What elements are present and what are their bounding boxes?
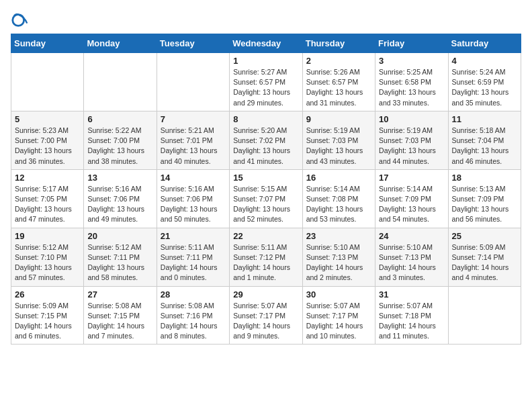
day-info: Sunrise: 5:08 AM Sunset: 7:15 PM Dayligh…	[87, 301, 152, 342]
day-number: 5	[15, 114, 80, 124]
day-number: 28	[161, 289, 226, 300]
sunset-text: Sunset: 7:00 PM	[87, 136, 140, 144]
sunset-text: Sunset: 7:03 PM	[306, 136, 359, 144]
sunset-text: Sunset: 7:16 PM	[161, 312, 213, 320]
calendar-day-cell: 4 Sunrise: 5:24 AM Sunset: 6:59 PM Dayli…	[448, 53, 521, 111]
day-info: Sunrise: 5:27 AM Sunset: 6:57 PM Dayligh…	[233, 67, 298, 108]
day-number: 23	[306, 231, 371, 241]
day-number: 20	[87, 231, 152, 241]
logo	[11, 11, 32, 30]
day-number: 4	[452, 56, 517, 66]
daylight-text: Daylight: 13 hours and 46 minutes.	[452, 146, 509, 165]
sunrise-text: Sunrise: 5:23 AM	[15, 126, 69, 134]
day-number: 14	[161, 173, 226, 183]
sunset-text: Sunset: 6:59 PM	[452, 78, 504, 86]
sunset-text: Sunset: 7:18 PM	[379, 312, 431, 320]
sunrise-text: Sunrise: 5:10 AM	[379, 243, 433, 251]
sunrise-text: Sunrise: 5:09 AM	[452, 243, 506, 251]
sunrise-text: Sunrise: 5:14 AM	[379, 185, 433, 193]
header-tuesday: Tuesday	[157, 34, 229, 53]
day-info: Sunrise: 5:14 AM Sunset: 7:09 PM Dayligh…	[379, 184, 444, 225]
calendar-day-cell: 21 Sunrise: 5:11 AM Sunset: 7:11 PM Dayl…	[157, 228, 229, 286]
sunset-text: Sunset: 7:01 PM	[161, 136, 213, 144]
calendar-table: Sunday Monday Tuesday Wednesday Thursday…	[11, 34, 521, 345]
day-info: Sunrise: 5:11 AM Sunset: 7:12 PM Dayligh…	[233, 242, 298, 283]
sunset-text: Sunset: 7:13 PM	[306, 253, 359, 261]
sunset-text: Sunset: 7:15 PM	[15, 312, 67, 320]
sunset-text: Sunset: 7:17 PM	[233, 312, 285, 320]
calendar-day-cell: 18 Sunrise: 5:13 AM Sunset: 7:09 PM Dayl…	[448, 169, 521, 228]
day-number: 6	[87, 114, 152, 124]
sunset-text: Sunset: 7:10 PM	[15, 253, 67, 261]
daylight-text: Daylight: 14 hours and 8 minutes.	[161, 322, 218, 340]
calendar-body: 1 Sunrise: 5:27 AM Sunset: 6:57 PM Dayli…	[11, 53, 521, 345]
day-number: 22	[233, 231, 298, 241]
day-number: 7	[161, 114, 226, 124]
calendar-day-cell: 3 Sunrise: 5:25 AM Sunset: 6:58 PM Dayli…	[375, 53, 448, 111]
header-monday: Monday	[84, 34, 157, 53]
sunrise-text: Sunrise: 5:12 AM	[87, 243, 141, 251]
sunset-text: Sunset: 7:05 PM	[15, 195, 67, 203]
sunrise-text: Sunrise: 5:07 AM	[306, 302, 360, 310]
calendar-day-cell: 6 Sunrise: 5:22 AM Sunset: 7:00 PM Dayli…	[84, 111, 157, 169]
daylight-text: Daylight: 14 hours and 7 minutes.	[87, 322, 144, 340]
sunrise-text: Sunrise: 5:20 AM	[233, 126, 287, 134]
day-number: 1	[233, 56, 298, 66]
day-number: 29	[233, 289, 298, 300]
daylight-text: Daylight: 14 hours and 10 minutes.	[306, 322, 363, 340]
sunrise-text: Sunrise: 5:25 AM	[379, 68, 433, 76]
day-number: 19	[15, 231, 80, 241]
calendar-day-cell: 9 Sunrise: 5:19 AM Sunset: 7:03 PM Dayli…	[302, 111, 375, 169]
daylight-text: Daylight: 13 hours and 35 minutes.	[452, 88, 509, 106]
calendar-day-cell: 22 Sunrise: 5:11 AM Sunset: 7:12 PM Dayl…	[230, 228, 302, 286]
calendar-day-cell: 28 Sunrise: 5:08 AM Sunset: 7:16 PM Dayl…	[157, 286, 229, 345]
calendar-week-row: 26 Sunrise: 5:09 AM Sunset: 7:15 PM Dayl…	[11, 286, 521, 345]
day-number: 27	[87, 289, 152, 300]
calendar-day-cell: 10 Sunrise: 5:19 AM Sunset: 7:03 PM Dayl…	[375, 111, 448, 169]
calendar-day-cell: 2 Sunrise: 5:26 AM Sunset: 6:57 PM Dayli…	[302, 53, 375, 111]
calendar-day-cell	[157, 53, 229, 111]
sunset-text: Sunset: 7:15 PM	[87, 312, 140, 320]
day-number: 8	[233, 114, 298, 124]
calendar-day-cell: 16 Sunrise: 5:14 AM Sunset: 7:08 PM Dayl…	[302, 169, 375, 228]
daylight-text: Daylight: 13 hours and 58 minutes.	[87, 263, 144, 281]
sunset-text: Sunset: 7:09 PM	[379, 195, 431, 203]
calendar-week-row: 12 Sunrise: 5:17 AM Sunset: 7:05 PM Dayl…	[11, 169, 521, 228]
daylight-text: Daylight: 13 hours and 33 minutes.	[379, 88, 436, 106]
daylight-text: Daylight: 14 hours and 3 minutes.	[379, 263, 436, 281]
day-number: 12	[15, 173, 80, 183]
day-info: Sunrise: 5:07 AM Sunset: 7:17 PM Dayligh…	[233, 301, 298, 342]
sunrise-text: Sunrise: 5:26 AM	[306, 68, 360, 76]
calendar-day-cell	[84, 53, 157, 111]
sunset-text: Sunset: 7:06 PM	[87, 195, 140, 203]
sunrise-text: Sunrise: 5:21 AM	[161, 126, 214, 134]
day-info: Sunrise: 5:22 AM Sunset: 7:00 PM Dayligh…	[87, 126, 152, 167]
calendar-day-cell: 30 Sunrise: 5:07 AM Sunset: 7:17 PM Dayl…	[302, 286, 375, 345]
calendar-day-cell: 13 Sunrise: 5:16 AM Sunset: 7:06 PM Dayl…	[84, 169, 157, 228]
sunset-text: Sunset: 6:57 PM	[233, 78, 285, 86]
day-info: Sunrise: 5:19 AM Sunset: 7:03 PM Dayligh…	[306, 126, 371, 167]
day-info: Sunrise: 5:13 AM Sunset: 7:09 PM Dayligh…	[452, 184, 517, 225]
daylight-text: Daylight: 14 hours and 4 minutes.	[452, 263, 509, 281]
sunrise-text: Sunrise: 5:11 AM	[233, 243, 287, 251]
daylight-text: Daylight: 13 hours and 44 minutes.	[379, 146, 436, 165]
day-number: 17	[379, 173, 444, 183]
sunset-text: Sunset: 7:06 PM	[161, 195, 213, 203]
sunset-text: Sunset: 7:08 PM	[306, 195, 359, 203]
calendar-day-cell: 8 Sunrise: 5:20 AM Sunset: 7:02 PM Dayli…	[230, 111, 302, 169]
calendar-day-cell: 27 Sunrise: 5:08 AM Sunset: 7:15 PM Dayl…	[84, 286, 157, 345]
day-number: 31	[379, 289, 444, 300]
calendar-week-row: 19 Sunrise: 5:12 AM Sunset: 7:10 PM Dayl…	[11, 228, 521, 286]
calendar-day-cell	[11, 53, 84, 111]
calendar-week-row: 5 Sunrise: 5:23 AM Sunset: 7:00 PM Dayli…	[11, 111, 521, 169]
day-number: 16	[306, 173, 371, 183]
day-number: 18	[452, 173, 517, 183]
daylight-text: Daylight: 13 hours and 40 minutes.	[161, 146, 218, 165]
day-info: Sunrise: 5:09 AM Sunset: 7:15 PM Dayligh…	[15, 301, 80, 342]
sunset-text: Sunset: 7:07 PM	[233, 195, 285, 203]
day-number: 13	[87, 173, 152, 183]
sunrise-text: Sunrise: 5:24 AM	[452, 68, 506, 76]
day-info: Sunrise: 5:07 AM Sunset: 7:18 PM Dayligh…	[379, 301, 444, 342]
header-saturday: Saturday	[448, 34, 521, 53]
sunrise-text: Sunrise: 5:13 AM	[452, 185, 506, 193]
